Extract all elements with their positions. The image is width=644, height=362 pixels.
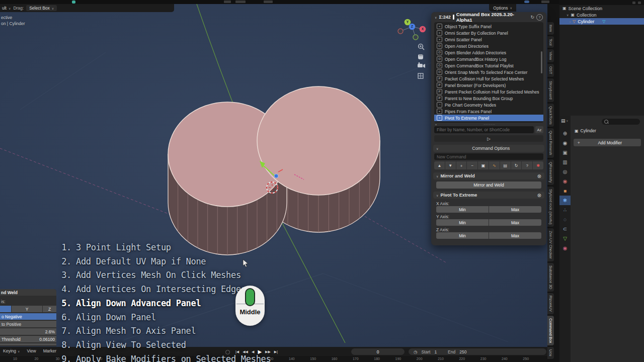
max-button[interactable]: Max — [489, 232, 541, 239]
view-layer-tab-icon[interactable]: ▥ — [559, 157, 571, 167]
move-up-button[interactable]: ▲ — [434, 161, 445, 169]
add-button[interactable]: ＋ — [456, 161, 467, 169]
new-command-input[interactable]: New Command — [434, 153, 543, 160]
tab-view[interactable]: View — [547, 49, 554, 62]
render-tab-icon[interactable]: ◉ — [559, 138, 571, 148]
material-tab-icon[interactable]: ◉ — [559, 243, 571, 253]
options-dropdown[interactable]: Options∨ — [489, 4, 516, 12]
tab-tool[interactable]: Tool — [547, 36, 554, 48]
folder-button[interactable]: ▤ — [500, 161, 511, 169]
script-button[interactable]: ∿ — [489, 161, 500, 169]
tab-command-box[interactable]: Command Box — [547, 316, 554, 346]
outliner-row-collection[interactable]: ∨ ▣ Collection — [559, 12, 644, 18]
particles-tab-icon[interactable]: ∴ — [559, 205, 571, 215]
command-box-item[interactable]: PPanel Browser (For Developers) — [434, 82, 543, 88]
outliner-row-scene-collection[interactable]: ▣ Scene Collection — [559, 5, 644, 12]
max-button[interactable]: Max — [489, 206, 541, 213]
refresh-icon[interactable]: ↻ — [530, 15, 534, 20]
physics-tab-icon[interactable]: ◌ — [559, 215, 571, 224]
command-box-item[interactable]: +Object Type Suffix Panel — [434, 23, 543, 30]
jump-end-button[interactable]: ▶| — [274, 350, 278, 354]
command-box-item[interactable]: PPacket Collision Hull for Selected Mesh… — [434, 75, 543, 82]
command-options-header[interactable]: ∨ Command Options — [433, 145, 544, 152]
favorite-button[interactable]: ✱ — [533, 161, 543, 169]
close-icon[interactable]: ⊗ — [537, 173, 541, 179]
command-box-item[interactable]: OOpen CommandBox Tutorial Playlist — [434, 62, 543, 69]
current-frame-field[interactable]: 0 — [351, 348, 405, 355]
tab-item[interactable]: Item — [547, 22, 554, 35]
chevron-down-icon[interactable]: ∨ — [567, 13, 569, 17]
tab-ost[interactable]: OST — [547, 64, 554, 76]
command-box-header[interactable]: ∨ Σ:242 Command Box 2025.3.20-Alpha1 ↻ ? — [431, 12, 546, 22]
tab-quad-remesh[interactable]: Quad Remesh — [547, 128, 554, 157]
drag-mode-dropdown[interactable]: Select Box∨ — [26, 5, 57, 11]
tool-preset-dropdown[interactable]: ult∨ — [2, 6, 11, 11]
filter-input[interactable]: Filter by Name, Number, or ShortCode — [434, 126, 534, 133]
percent-slider[interactable]: 2.6% — [0, 328, 56, 335]
view-menu[interactable]: View — [27, 348, 36, 353]
command-box-item[interactable]: OOpen Asset Directories — [434, 43, 543, 49]
command-box-item[interactable]: PParent Packet Collusion Hull for Select… — [434, 88, 543, 95]
positive-to-negative-option[interactable]: o Negative — [0, 313, 56, 320]
editor-type-selector[interactable]: ▤ ∨ — [561, 118, 568, 123]
tab-ucu[interactable]: Ucu — [547, 347, 554, 358]
help-icon[interactable]: ? — [536, 14, 543, 21]
command-box-item[interactable]: +Pivot To Extreme Panel — [434, 115, 543, 121]
list-resize-grip[interactable]: ▾ ┄┄┄┄┄ — [431, 123, 546, 126]
end-value[interactable]: 250 — [459, 349, 466, 354]
max-button[interactable]: Max — [489, 219, 541, 226]
scene-tab-icon[interactable]: ◎ — [559, 167, 571, 176]
command-box-item[interactable]: ◔Pie Chart Geometry Nodes — [434, 102, 543, 108]
keying-menu[interactable]: Keying∨ — [3, 348, 20, 353]
tab-rizomuv[interactable]: RizomUV — [547, 293, 554, 314]
min-button[interactable]: Min — [436, 206, 489, 213]
outliner-row-cylinder[interactable]: › ▽ Cylinder ▽ — [559, 18, 644, 25]
start-value[interactable]: 1 — [434, 349, 437, 354]
command-box-item[interactable]: +Omni Scatter By Collection Panel — [434, 30, 543, 36]
operator-panel-header[interactable]: nd Weld — [0, 289, 56, 296]
min-button[interactable]: Min — [436, 219, 489, 226]
remove-button[interactable]: − — [467, 161, 477, 169]
modifiers-tab-icon[interactable]: ✱ — [559, 196, 571, 205]
command-box-item[interactable]: OOpen Blender Addon Directories — [434, 49, 543, 56]
properties-search-input[interactable] — [602, 119, 640, 125]
scrollbar[interactable] — [541, 51, 542, 73]
world-tab-icon[interactable]: ◉ — [559, 176, 571, 186]
axis-x-toggle[interactable] — [0, 306, 11, 312]
command-box-item[interactable]: +Omni Scatter Panel — [434, 36, 543, 43]
min-button[interactable]: Min — [436, 232, 489, 239]
data-tab-icon[interactable]: ▽ — [559, 234, 571, 243]
tab-storyboard[interactable]: Storyboard — [547, 78, 554, 102]
mirror-weld-button[interactable]: Mirror and Weld — [436, 182, 541, 189]
add-modifier-button[interactable]: ＋ Add Modifier — [574, 139, 641, 146]
refresh-button[interactable]: ↻ — [511, 161, 522, 169]
expand-icon[interactable]: › — [570, 20, 571, 23]
save-button[interactable]: ▣ — [478, 161, 489, 169]
tab-stylized-rock-shortu[interactable]: Stylized rock (shortu) — [547, 187, 554, 227]
app-logo-icon[interactable] — [72, 1, 75, 4]
tab-qremeshify[interactable]: QRemeshify — [547, 159, 554, 185]
tab-substance-3d[interactable]: Substance 3D — [547, 263, 554, 292]
help-button[interactable]: ? — [522, 161, 532, 169]
tab-quicktools[interactable]: QuickTools — [547, 104, 554, 127]
panel-icon: + — [437, 109, 442, 114]
command-box-item[interactable]: OOrient Snap Mesh To Selected Face Cente… — [434, 69, 543, 75]
move-down-button[interactable]: ▼ — [445, 161, 456, 169]
command-box-item[interactable]: OOpen CommandBox History Log — [434, 56, 543, 62]
sort-az-button[interactable]: Az — [535, 126, 543, 133]
pivot-extreme-panel-header[interactable]: ∨ Pivot To Extreme ⊗ — [433, 192, 544, 199]
negative-to-positive-option[interactable]: to Positive — [0, 321, 56, 327]
object-tab-icon[interactable]: ■ — [559, 186, 571, 196]
collapse-icon[interactable]: ∨ — [435, 16, 437, 19]
output-tab-icon[interactable]: ▣ — [559, 148, 571, 157]
close-icon[interactable]: ⊗ — [537, 193, 541, 198]
command-box-item[interactable]: PParent to New Bounding Box Group — [434, 95, 543, 102]
mirror-weld-panel-header[interactable]: ∨ Mirror and Weld ⊗ — [433, 172, 544, 179]
command-box-item[interactable]: +Pipes From Faces Panel — [434, 108, 543, 115]
constraints-tab-icon[interactable]: ⊂ — [559, 224, 571, 234]
tab-zen-uv-checker[interactable]: Zen UV Checker — [547, 228, 554, 261]
threshold-field[interactable]: Threshold 0.06100 — [0, 336, 56, 342]
tool-tab-icon[interactable]: ⊕ — [559, 129, 571, 138]
axis-y-toggle[interactable]: Y — [12, 306, 42, 312]
run-command-button[interactable]: ▷ — [434, 135, 543, 142]
